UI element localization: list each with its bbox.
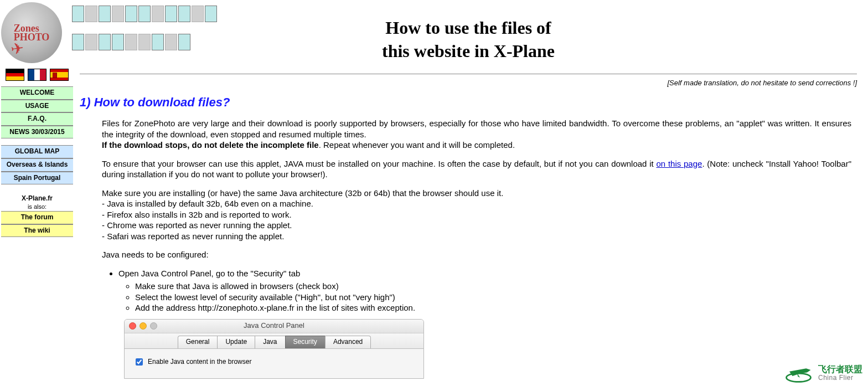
jcp-window-title: Java Control Panel (125, 321, 423, 331)
para-3-line-1: - Firefox also installs in 32b and is re… (102, 210, 292, 219)
watermark-en: China Flier (818, 374, 862, 382)
jcp-tab-advanced: Advanced (325, 336, 371, 349)
sub-bullet-1: Select the lowest level of security avai… (135, 292, 851, 303)
nav-wiki[interactable]: The wiki (1, 224, 73, 238)
jcp-tab-security: Security (285, 336, 326, 349)
nav-global-map[interactable]: GLOBAL MAP (1, 145, 73, 158)
jcp-tab-java: Java (255, 336, 285, 349)
title-divider (80, 74, 857, 74)
watermark-cn: 飞行者联盟 (818, 364, 862, 374)
para-1b-rest: . Repeat whenever you want and it will b… (319, 140, 515, 150)
svg-point-0 (787, 373, 811, 382)
jcp-checkbox-label: Enable Java content in the browser (148, 358, 251, 367)
sidebar: Zones PHOTO ✈ WELCOME USAGE F.A.Q. NEWS … (0, 0, 74, 240)
airplane-icon: ✈ (10, 39, 25, 59)
xplane-label: X-Plane.fr (1, 194, 73, 202)
nav-welcome[interactable]: WELCOME (1, 86, 73, 100)
nav-news[interactable]: NEWS 30/03/2015 (1, 126, 73, 139)
jcp-tab-general: General (178, 336, 218, 349)
nav-usage[interactable]: USAGE (1, 100, 73, 113)
jcp-tab-update: Update (217, 336, 255, 349)
para-1: Files for ZonePhoto are very large and t… (102, 119, 851, 139)
xplane-sublabel: is also: (1, 203, 73, 210)
sub-bullet-0: Make sure that Java is allowed in browse… (135, 281, 851, 292)
main-content: How to use the files of this website in … (74, 0, 868, 391)
title-line-1: How to use the files of (385, 18, 551, 38)
flag-france[interactable] (28, 69, 46, 81)
para-3-line-3: - Safari was reported as never running t… (102, 231, 284, 241)
jcp-enable-java-check: Enable Java content in the browser (133, 357, 415, 367)
flag-germany[interactable] (6, 69, 24, 81)
para-4: Java needs to be configured: (102, 249, 851, 260)
java-control-panel-screenshot: Java Control Panel General Update Java S… (124, 319, 424, 379)
page-title: How to use the files of this website in … (80, 17, 857, 63)
language-flags (1, 69, 73, 81)
java-download-link[interactable]: on this page (656, 159, 702, 168)
bullet-open-jcp: Open Java Control Panel, go to the "Secu… (118, 268, 851, 379)
nav-spain-portugal[interactable]: Spain Portugal (1, 172, 73, 185)
nav-faq[interactable]: F.A.Q. (1, 112, 73, 126)
translation-note: [Self made translation, do not hesitate … (80, 79, 857, 87)
flag-spain[interactable] (50, 69, 69, 81)
bullet-1-text: Open Java Control Panel, go to the "Secu… (118, 269, 300, 278)
para-3-line-0: - Java is installed by default 32b, 64b … (102, 199, 313, 208)
para-3-intro: Make sure you are installing (or have) t… (102, 188, 503, 198)
jcp-titlebar: Java Control Panel (125, 320, 423, 333)
title-line-2: this website in X-Plane (382, 41, 555, 61)
para-2a: To ensure that your browser can use this… (102, 159, 656, 168)
jcp-enable-java-checkbox (136, 358, 143, 366)
para-3-line-2: - Chrome was reported as never running t… (102, 220, 292, 230)
para-1b-bold: If the download stops, do not delete the… (102, 140, 319, 150)
nav-overseas[interactable]: Overseas & Islands (1, 158, 73, 172)
sub-bullet-2: Add the address http://zonephoto.x-plane… (135, 302, 851, 313)
site-watermark: 飞行者联盟 China Flier (783, 361, 862, 385)
jcp-tab-bar: General Update Java Security Advanced (125, 333, 423, 349)
watermark-plane-icon (783, 361, 814, 385)
section-1-heading: 1) How to download files? (80, 95, 857, 110)
nav-forum[interactable]: The forum (1, 211, 73, 224)
site-logo[interactable]: Zones PHOTO ✈ (1, 2, 62, 63)
